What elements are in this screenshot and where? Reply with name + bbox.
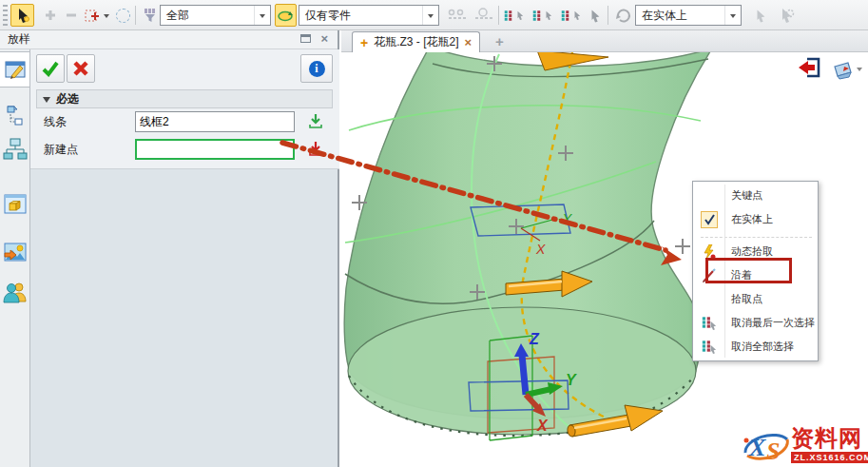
- watermark-url: ZL.XS1616.COM: [791, 452, 868, 463]
- menu-item-along[interactable]: 沿着: [693, 263, 818, 287]
- top-toolbar: 全部 仅有零件: [0, 0, 868, 30]
- cancel-button[interactable]: [67, 54, 95, 83]
- select-tool-button[interactable]: [586, 4, 605, 27]
- field-newpoint-label: 新建点: [36, 142, 135, 158]
- rotate-arrows-icon: [615, 8, 631, 24]
- ok-button[interactable]: [36, 54, 65, 83]
- multi-select-button[interactable]: [82, 4, 103, 27]
- menu-item-on-entity[interactable]: 在实体上: [693, 207, 818, 231]
- deselect-list-button[interactable]: [530, 4, 555, 27]
- pick-cursor-button[interactable]: [10, 4, 34, 27]
- pick-target-button[interactable]: [275, 4, 297, 27]
- chain-pick-button[interactable]: [445, 4, 470, 27]
- panel-close-icon[interactable]: ×: [320, 33, 328, 44]
- sidebar-item-solid[interactable]: [3, 192, 28, 217]
- section-required[interactable]: 必选: [36, 89, 333, 108]
- box-plus-icon: [85, 8, 100, 23]
- tab-active-document[interactable]: + 花瓶.Z3 - [花瓶2] ×: [352, 31, 480, 52]
- loop-pick-button[interactable]: [472, 4, 496, 27]
- sidebar-item-render[interactable]: [3, 240, 28, 264]
- view-cube-icon: [831, 59, 854, 80]
- refresh-view-button[interactable]: [611, 4, 634, 27]
- edit-form-icon: [4, 58, 27, 81]
- panel-restore-icon[interactable]: [300, 34, 311, 43]
- minus-icon: [65, 9, 78, 22]
- cursor-small-icon: [544, 10, 553, 21]
- axis-y-label: Y: [566, 372, 577, 388]
- watermark-logo-s: S: [766, 438, 780, 465]
- tab-close-icon[interactable]: ×: [465, 35, 473, 49]
- sidebar-item-users[interactable]: [3, 280, 28, 304]
- menu-item-undo-last-selection[interactable]: 取消最后一次选择: [693, 311, 818, 335]
- menu-item-clear-all-selection[interactable]: 取消全部选择: [693, 335, 818, 359]
- snap-mode-arrow[interactable]: [724, 6, 741, 25]
- menu-separator: [701, 231, 812, 238]
- panel-title: 放样: [0, 31, 30, 48]
- multi-select-caret[interactable]: [101, 4, 112, 27]
- field-newpoint-input[interactable]: [135, 139, 295, 160]
- new-tab-button[interactable]: +: [495, 33, 504, 49]
- check-icon: [41, 60, 60, 77]
- axis-x-label: X: [536, 418, 549, 434]
- pick-cursor-icon: [15, 8, 30, 23]
- viewport-corner-tools: [797, 57, 862, 81]
- sidebar-item-assembly[interactable]: [3, 102, 28, 126]
- remove-selection-button[interactable]: [61, 4, 82, 27]
- deselect-all-button[interactable]: [559, 4, 584, 27]
- mid-axis-neg-y-label: -Y: [558, 211, 573, 226]
- sidebar-item-edit[interactable]: [0, 51, 30, 88]
- field-lines-input[interactable]: [135, 111, 295, 132]
- list-colored-icon: [561, 9, 572, 23]
- exit-icon: [797, 57, 821, 78]
- image-export-icon: [3, 240, 28, 264]
- list-colored-icon: [504, 9, 515, 23]
- cursor-gear-icon: [778, 8, 795, 23]
- field-row-newpoint: 新建点: [36, 138, 333, 161]
- scope-select-arrow[interactable]: [254, 6, 270, 25]
- info-icon: i: [309, 61, 325, 77]
- part-filter-value: 仅有零件: [299, 6, 422, 25]
- document-tab-bar: + 花瓶.Z3 - [花瓶2] × +: [341, 30, 868, 52]
- chain-dashed-icon: [448, 8, 467, 23]
- pick-confirm-red-icon[interactable]: [308, 141, 323, 159]
- section-required-label: 必选: [56, 91, 79, 107]
- menu-item-pick-point[interactable]: 拾取点: [693, 287, 818, 311]
- cursor-gray-icon: [754, 9, 767, 23]
- checked-icon: [701, 211, 718, 228]
- part-filter-arrow[interactable]: [422, 6, 438, 25]
- pen-icon: [702, 268, 717, 283]
- deselect-last-icon: [702, 316, 718, 331]
- funnel-icon: [143, 8, 158, 23]
- list-colored-icon: [532, 9, 544, 23]
- lasso-button[interactable]: [112, 4, 133, 27]
- rotate-3d-icon: [278, 8, 294, 23]
- view-cube-caret[interactable]: [857, 68, 862, 74]
- exit-sketch-button[interactable]: [797, 57, 821, 81]
- pick-option-button[interactable]: [749, 4, 772, 27]
- scope-select-value: 全部: [161, 6, 254, 25]
- panel-titlebar: 放样 ×: [0, 30, 338, 49]
- solid-box-icon: [3, 192, 28, 217]
- pick-settings-button[interactable]: [774, 4, 799, 27]
- scope-select[interactable]: 全部: [160, 5, 271, 26]
- info-button[interactable]: i: [300, 54, 333, 83]
- panel-side-strip: [0, 49, 30, 467]
- mid-axis-x-label: X: [535, 242, 546, 257]
- deselect-last-button[interactable]: [502, 4, 527, 27]
- panel-form-area: i 必选 线条 新建点: [30, 49, 339, 169]
- sidebar-item-history[interactable]: [3, 137, 28, 162]
- add-selection-button[interactable]: [40, 4, 61, 27]
- pick-confirm-green-icon[interactable]: [308, 113, 323, 131]
- users-icon: [3, 280, 28, 304]
- toolbar-drag-handle[interactable]: [2, 4, 9, 27]
- menu-item-dynamic-pick[interactable]: 动态拾取: [693, 240, 818, 263]
- tab-plus-icon: +: [360, 35, 368, 50]
- filter-button[interactable]: [140, 4, 161, 27]
- lightning-icon: [703, 244, 717, 260]
- menu-item-keypoint[interactable]: 关键点: [693, 184, 818, 207]
- cursor-small-icon: [572, 10, 582, 21]
- view-orientation-button[interactable]: [831, 59, 862, 80]
- loft-panel: 放样 ×: [0, 30, 339, 467]
- part-filter-select[interactable]: 仅有零件: [299, 5, 439, 26]
- snap-mode-select[interactable]: 在实体上: [635, 5, 742, 26]
